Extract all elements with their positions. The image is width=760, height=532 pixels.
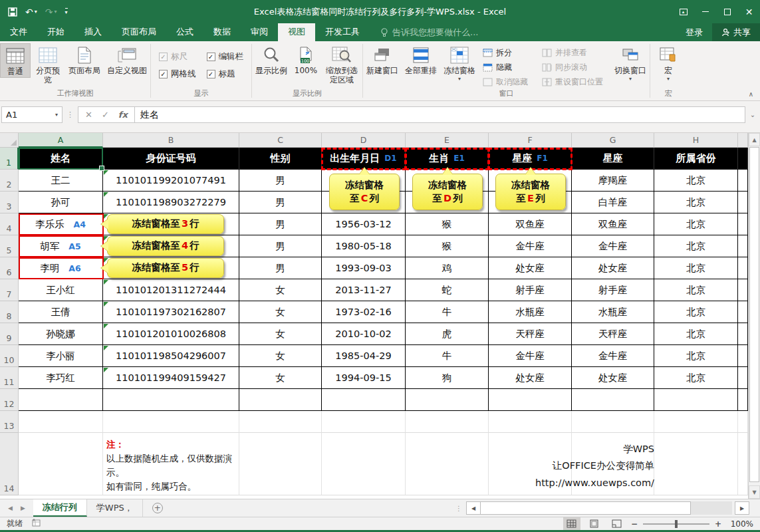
ribbon-display-options-icon[interactable]: ▴ — [672, 0, 694, 23]
scroll-left-icon[interactable]: ◀ — [466, 501, 481, 515]
row-header-4[interactable]: 4 — [0, 213, 19, 235]
row-header-6[interactable]: 6 — [0, 257, 19, 279]
headings-checkbox[interactable]: ✓标题 — [207, 68, 244, 80]
row-header-14[interactable]: 14 — [0, 433, 19, 495]
cell-partial-2[interactable] — [738, 170, 748, 192]
cell-A14[interactable] — [19, 433, 103, 495]
cell-D7[interactable]: 2013-11-27 — [322, 279, 406, 301]
maximize-button[interactable] — [716, 0, 738, 23]
ribbon-tab-页面布局[interactable]: 页面布局 — [112, 23, 166, 41]
zoom-100-button[interactable]: 100 100% — [291, 43, 321, 76]
cell-B8[interactable]: 110101197302162807 — [103, 301, 239, 323]
cell-H5[interactable]: 北京 — [654, 235, 738, 257]
cell-E13[interactable] — [406, 411, 489, 433]
cancel-icon[interactable]: ✕ — [85, 110, 92, 120]
cell-F1[interactable]: 星座F1 — [489, 148, 572, 170]
cell-D8[interactable]: 1973-02-16 — [322, 301, 406, 323]
cell-A13[interactable] — [19, 411, 103, 433]
cell-F13[interactable] — [489, 411, 572, 433]
normal-view-shortcut[interactable] — [563, 517, 580, 530]
cell-A9[interactable]: 孙晓娜 — [19, 323, 103, 345]
cell-E5[interactable]: 猴 — [406, 235, 489, 257]
cell-G4[interactable]: 双鱼座 — [572, 213, 654, 235]
tell-me-box[interactable]: 告诉我您想要做什么... — [380, 23, 478, 41]
cell-E9[interactable]: 虎 — [406, 323, 489, 345]
save-icon[interactable] — [8, 7, 17, 17]
ribbon-tab-插入[interactable]: 插入 — [74, 23, 112, 41]
cell-B11[interactable]: 110101199409159427 — [103, 367, 239, 389]
zoom-in-icon[interactable]: + — [715, 519, 721, 529]
column-header-G[interactable]: G — [572, 133, 654, 148]
cell-partial-1[interactable] — [738, 148, 748, 170]
ribbon-tab-文件[interactable]: 文件 — [0, 23, 37, 41]
undo-icon[interactable]: ↶▾ — [25, 7, 37, 17]
arrange-all-button[interactable]: 全部重排 — [402, 43, 440, 76]
cell-partial-5[interactable] — [738, 235, 748, 257]
cell-partial-12[interactable] — [738, 389, 748, 411]
cell-G2[interactable]: 摩羯座 — [572, 170, 654, 192]
cell-F8[interactable]: 水瓶座 — [489, 301, 572, 323]
ribbon-tab-开始[interactable]: 开始 — [37, 23, 74, 41]
cell-B13[interactable] — [103, 411, 239, 433]
gridlines-checkbox[interactable]: ✓网格线 — [159, 68, 196, 80]
split-button[interactable]: 拆分 — [483, 47, 528, 59]
cell-D11[interactable]: 1994-09-15 — [322, 367, 406, 389]
cell-E11[interactable]: 狗 — [406, 367, 489, 389]
cell-H9[interactable]: 北京 — [654, 323, 738, 345]
minimize-button[interactable] — [694, 0, 716, 23]
cell-H8[interactable]: 北京 — [654, 301, 738, 323]
cell-H14[interactable] — [654, 433, 738, 495]
cell-H2[interactable]: 北京 — [654, 170, 738, 192]
ribbon-tab-数据[interactable]: 数据 — [203, 23, 241, 41]
page-layout-view-button[interactable]: 页面布局 — [65, 43, 104, 76]
cell-B10[interactable]: 110101198504296007 — [103, 345, 239, 367]
cell-E6[interactable]: 鸡 — [406, 257, 489, 279]
formula-input[interactable]: 姓名 — [135, 106, 745, 123]
cell-partial-4[interactable] — [738, 213, 748, 235]
cell-G10[interactable]: 金牛座 — [572, 345, 654, 367]
cell-G5[interactable]: 金牛座 — [572, 235, 654, 257]
cell-G13[interactable] — [572, 411, 654, 433]
row-header-8[interactable]: 8 — [0, 301, 19, 323]
cell-G7[interactable]: 射手座 — [572, 279, 654, 301]
cell-partial-7[interactable] — [738, 279, 748, 301]
cell-partial-10[interactable] — [738, 345, 748, 367]
zoom-slider[interactable] — [643, 523, 709, 525]
ribbon-tab-开发工具[interactable]: 开发工具 — [315, 23, 370, 41]
cell-F9[interactable]: 天秤座 — [489, 323, 572, 345]
cell-partial-6[interactable] — [738, 257, 748, 279]
cell-E2[interactable] — [406, 170, 489, 192]
normal-view-button[interactable]: 普通 — [0, 43, 31, 78]
name-box-dropdown-icon[interactable]: ▾ — [55, 112, 58, 118]
row-header-1[interactable]: 1 — [0, 148, 19, 170]
cell-C7[interactable]: 女 — [239, 279, 322, 301]
freeze-panes-button[interactable]: 冻结窗格▾ — [440, 43, 479, 82]
cell-B14[interactable] — [103, 433, 239, 495]
horizontal-scroll-thumb[interactable] — [481, 501, 691, 515]
cell-G3[interactable]: 白羊座 — [572, 192, 654, 213]
horizontal-scrollbar[interactable]: ⋮ ◀ ▶ — [455, 501, 749, 515]
cell-C9[interactable]: 女 — [239, 323, 322, 345]
insert-function-icon[interactable]: fx — [118, 110, 128, 120]
cell-B4[interactable] — [103, 213, 239, 235]
row-header-3[interactable]: 3 — [0, 192, 19, 213]
column-header-E[interactable]: E — [406, 133, 489, 148]
switch-windows-button[interactable]: 切换窗口▾ — [611, 43, 650, 82]
sheet-tab-冻结行列[interactable]: 冻结行列 — [33, 499, 87, 517]
row-header-7[interactable]: 7 — [0, 279, 19, 301]
cell-F4[interactable]: 双鱼座 — [489, 213, 572, 235]
cell-H6[interactable]: 北京 — [654, 257, 738, 279]
name-box[interactable]: A1 ▾ — [1, 106, 63, 123]
cell-A2[interactable]: 王二 — [19, 170, 103, 192]
page-break-preview-shortcut[interactable] — [608, 517, 626, 530]
customize-qat-icon[interactable]: ▾ — [65, 8, 68, 15]
zoom-slider-handle[interactable] — [675, 520, 678, 528]
cell-D2[interactable] — [322, 170, 406, 192]
cell-A10[interactable]: 李小丽 — [19, 345, 103, 367]
cell-partial-8[interactable] — [738, 301, 748, 323]
cell-H13[interactable] — [654, 411, 738, 433]
cell-F2[interactable] — [489, 170, 572, 192]
cell-H12[interactable] — [654, 389, 738, 411]
cell-C12[interactable] — [239, 389, 322, 411]
hide-button[interactable]: 隐藏 — [483, 62, 528, 73]
